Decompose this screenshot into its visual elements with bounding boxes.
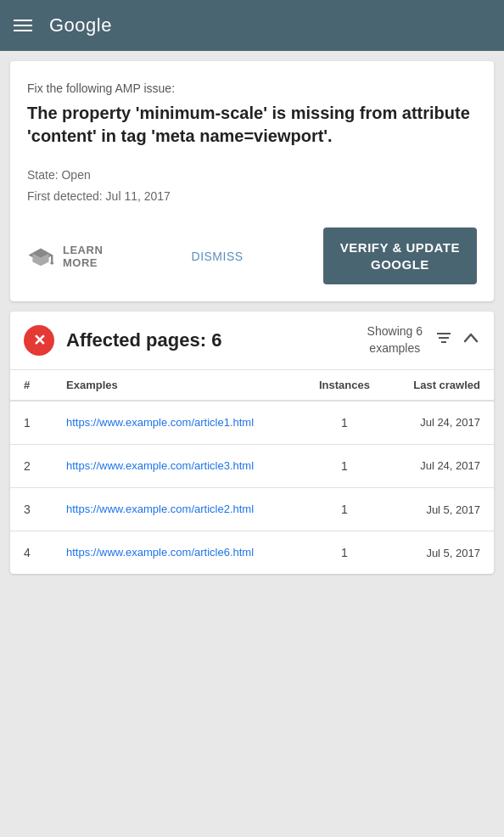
row-3-instances: 1 (302, 503, 387, 516)
row-2-last-crawled: Jul 24, 2017 (387, 459, 480, 472)
table-row: 2 https://www.example.com/article3.html … (10, 445, 494, 488)
row-3-num: 3 (24, 503, 66, 516)
issue-actions: LEARN MORE DISMISS VERIFY & UPDATE GOOGL… (27, 228, 477, 284)
issue-meta: State: Open First detected: Jul 11, 2017 (27, 165, 477, 207)
hamburger-menu-icon[interactable] (14, 20, 32, 31)
row-2-num: 2 (24, 459, 66, 473)
row-4-url[interactable]: https://www.example.com/article6.html (66, 545, 302, 560)
collapse-icon[interactable] (462, 329, 480, 351)
examples-table: # Examples Instances Last crawled 1 http… (10, 370, 494, 575)
app-header: Google (0, 0, 504, 51)
issue-title: The property 'minimum-scale' is missing … (27, 102, 477, 148)
row-3-url[interactable]: https://www.example.com/article2.html (66, 502, 302, 517)
row-1-instances: 1 (302, 416, 387, 430)
table-row: 1 https://www.example.com/article1.html … (10, 402, 494, 445)
verify-update-button[interactable]: VERIFY & UPDATE GOOGLE (323, 228, 477, 284)
row-3-last-crawled: Jul 5, 2017 (387, 503, 480, 516)
error-icon: ✕ (24, 325, 54, 356)
svg-point-3 (50, 261, 53, 264)
table-header-icons (434, 329, 480, 351)
issue-prefix: Fix the following AMP issue: (27, 81, 477, 95)
row-4-last-crawled: Jul 5, 2017 (387, 547, 480, 559)
th-num: # (24, 379, 66, 391)
affected-header: ✕ Affected pages: 6 Showing 6 examples (10, 312, 494, 369)
th-examples: Examples (66, 379, 302, 391)
filter-icon[interactable] (434, 329, 453, 351)
issue-card: Fix the following AMP issue: The propert… (10, 61, 494, 301)
learn-more-label: LEARN MORE (63, 244, 103, 269)
table-row: 3 https://www.example.com/article2.html … (10, 488, 494, 531)
learn-more-button[interactable]: LEARN MORE (27, 243, 111, 270)
th-last-crawled: Last crawled (387, 379, 480, 391)
row-1-url[interactable]: https://www.example.com/article1.html (66, 415, 302, 430)
table-row: 4 https://www.example.com/article6.html … (10, 531, 494, 574)
table-header: # Examples Instances Last crawled (10, 370, 494, 402)
dismiss-button[interactable]: DISMISS (111, 250, 323, 263)
affected-pages-title: Affected pages: 6 (66, 329, 356, 351)
row-2-instances: 1 (302, 459, 387, 473)
row-2-url[interactable]: https://www.example.com/article3.html (66, 458, 302, 474)
main-content: Fix the following AMP issue: The propert… (0, 51, 504, 584)
row-4-num: 4 (24, 546, 66, 559)
row-4-instances: 1 (302, 546, 387, 559)
issue-first-detected: First detected: Jul 11, 2017 (27, 186, 477, 207)
affected-pages-section: ✕ Affected pages: 6 Showing 6 examples (10, 312, 494, 574)
row-1-last-crawled: Jul 24, 2017 (387, 416, 480, 429)
showing-examples-label: Showing 6 examples (367, 323, 423, 357)
graduation-cap-icon (27, 243, 54, 270)
app-title: Google (49, 14, 112, 37)
issue-state: State: Open (27, 165, 477, 186)
th-instances: Instances (302, 379, 387, 391)
row-1-num: 1 (24, 416, 66, 430)
error-x-symbol: ✕ (33, 333, 46, 348)
